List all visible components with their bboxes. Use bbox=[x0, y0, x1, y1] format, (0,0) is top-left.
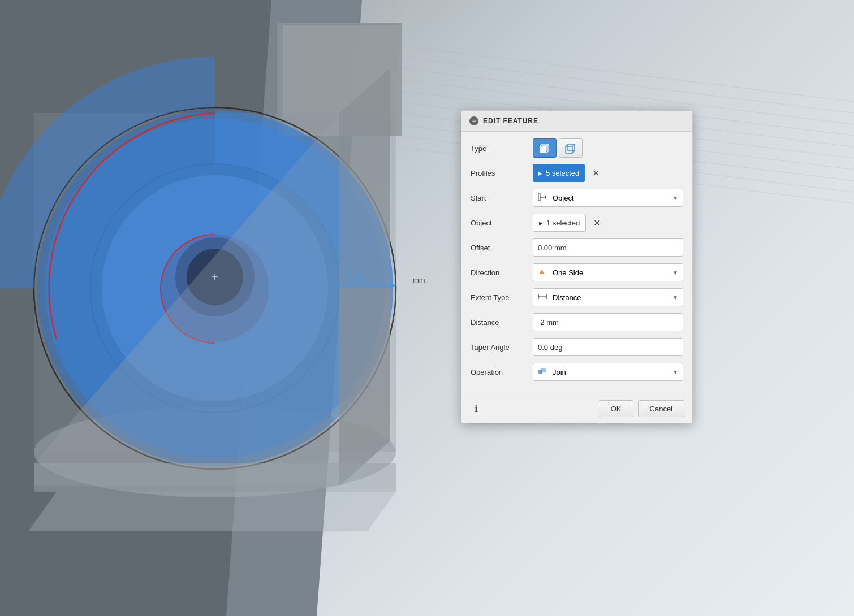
svg-rect-12 bbox=[277, 23, 402, 136]
operation-dropdown[interactable]: Join ▼ bbox=[533, 363, 683, 381]
info-button[interactable]: ℹ bbox=[469, 402, 483, 415]
svg-marker-1 bbox=[226, 0, 362, 616]
panel-title: EDIT FEATURE bbox=[483, 117, 538, 125]
taper-angle-label: Taper Angle bbox=[471, 343, 533, 352]
operation-control: Join ▼ bbox=[533, 363, 683, 381]
start-label: Start bbox=[471, 194, 533, 202]
profiles-selected-button[interactable]: ▸ 5 selected bbox=[533, 164, 585, 182]
direction-label: Direction bbox=[471, 268, 533, 277]
svg-point-25 bbox=[187, 249, 243, 305]
solid-extrude-icon bbox=[538, 142, 551, 154]
type-btn-group bbox=[533, 138, 583, 158]
svg-point-22 bbox=[102, 175, 328, 401]
direction-dd-icon bbox=[538, 267, 547, 277]
taper-angle-row: Taper Angle bbox=[471, 337, 683, 357]
extent-type-row: Extent Type Distance ▼ bbox=[471, 288, 683, 307]
svg-point-17 bbox=[90, 164, 339, 413]
distance-input[interactable] bbox=[533, 313, 683, 331]
viewport: 2.00 mm bbox=[0, 0, 854, 616]
object-value: 1 selected bbox=[546, 219, 580, 227]
svg-marker-45 bbox=[545, 196, 546, 199]
svg-marker-0 bbox=[0, 0, 317, 616]
extent-type-value: Distance bbox=[553, 293, 669, 302]
taper-angle-control bbox=[533, 338, 683, 356]
direction-control: One Side ▼ bbox=[533, 263, 683, 281]
collapse-icon[interactable] bbox=[469, 116, 478, 125]
taper-angle-input[interactable] bbox=[533, 338, 683, 356]
svg-point-19 bbox=[37, 110, 393, 466]
profiles-control: ▸ 5 selected ✕ bbox=[533, 164, 683, 182]
type-control bbox=[533, 138, 683, 158]
extent-type-control: Distance ▼ bbox=[533, 288, 683, 306]
surface-extrude-icon bbox=[564, 142, 577, 154]
svg-point-21 bbox=[45, 119, 385, 458]
operation-dropdown-arrow: ▼ bbox=[672, 369, 678, 375]
cancel-button[interactable]: Cancel bbox=[638, 400, 684, 417]
panel-header: EDIT FEATURE bbox=[461, 111, 692, 132]
offset-control bbox=[533, 238, 683, 257]
type-label: Type bbox=[471, 144, 533, 153]
panel-footer: ℹ OK Cancel bbox=[461, 394, 692, 423]
extent-type-dropdown[interactable]: Distance ▼ bbox=[533, 288, 683, 306]
type-solid-button[interactable] bbox=[533, 138, 557, 158]
start-row: Start Object ▼ bbox=[471, 188, 683, 207]
svg-rect-43 bbox=[538, 194, 540, 201]
viewport-svg: 2.00 mm bbox=[0, 0, 854, 616]
cursor-icon: ▸ bbox=[538, 169, 542, 177]
start-dropdown-arrow: ▼ bbox=[672, 195, 678, 201]
direction-row: Direction One Side ▼ bbox=[471, 263, 683, 282]
object-control: ▸ 1 selected ✕ bbox=[533, 214, 683, 232]
start-control: Object ▼ bbox=[533, 189, 683, 207]
offset-row: Offset bbox=[471, 238, 683, 257]
distance-label: Distance bbox=[471, 318, 533, 327]
profiles-label: Profiles bbox=[471, 169, 533, 177]
svg-line-2 bbox=[396, 45, 854, 102]
svg-rect-51 bbox=[541, 368, 546, 372]
operation-value: Join bbox=[553, 368, 669, 376]
distance-control bbox=[533, 313, 683, 331]
svg-text:mm: mm bbox=[413, 276, 425, 284]
svg-line-35 bbox=[540, 144, 542, 146]
direction-dropdown[interactable]: One Side ▼ bbox=[533, 263, 683, 281]
svg-marker-27 bbox=[389, 282, 396, 289]
svg-rect-38 bbox=[566, 146, 572, 153]
svg-line-37 bbox=[546, 151, 549, 153]
profiles-clear-button[interactable]: ✕ bbox=[588, 166, 603, 180]
profiles-value: 5 selected bbox=[546, 169, 579, 177]
svg-marker-46 bbox=[539, 270, 545, 274]
panel-body: Type bbox=[461, 132, 692, 394]
svg-rect-15 bbox=[34, 113, 396, 452]
svg-point-30 bbox=[214, 276, 216, 278]
direction-value: One Side bbox=[553, 268, 669, 277]
operation-dd-icon bbox=[538, 367, 547, 377]
object-clear-button[interactable]: ✕ bbox=[589, 215, 604, 230]
operation-label: Operation bbox=[471, 368, 533, 376]
object-row: Object ▸ 1 selected ✕ bbox=[471, 213, 683, 232]
direction-dropdown-arrow: ▼ bbox=[672, 270, 678, 276]
svg-rect-20 bbox=[0, 0, 396, 616]
start-dd-icon bbox=[538, 193, 547, 203]
start-dropdown[interactable]: Object ▼ bbox=[533, 189, 683, 207]
ok-button[interactable]: OK bbox=[599, 400, 633, 417]
offset-label: Offset bbox=[471, 244, 533, 252]
svg-text:2.00: 2.00 bbox=[345, 274, 364, 285]
object-label: Object bbox=[471, 219, 533, 227]
operation-row: Operation Join ▼ bbox=[471, 362, 683, 381]
svg-point-23 bbox=[161, 235, 269, 342]
object-cursor-icon: ▸ bbox=[539, 219, 543, 227]
svg-point-18 bbox=[161, 235, 269, 342]
start-value: Object bbox=[553, 194, 669, 202]
type-surface-button[interactable] bbox=[559, 138, 583, 158]
profiles-row: Profiles ▸ 5 selected ✕ bbox=[471, 163, 683, 183]
svg-rect-13 bbox=[283, 25, 402, 136]
distance-row: Distance bbox=[471, 313, 683, 332]
extent-type-dropdown-arrow: ▼ bbox=[672, 294, 678, 301]
edit-feature-panel: EDIT FEATURE Type bbox=[461, 110, 693, 423]
object-selected-button[interactable]: ▸ 1 selected bbox=[533, 214, 586, 232]
svg-line-3 bbox=[396, 57, 854, 113]
extent-type-label: Extent Type bbox=[471, 293, 533, 302]
offset-input[interactable] bbox=[533, 238, 683, 257]
svg-point-24 bbox=[175, 237, 255, 316]
type-row: Type bbox=[471, 138, 683, 158]
svg-point-14 bbox=[34, 407, 396, 497]
